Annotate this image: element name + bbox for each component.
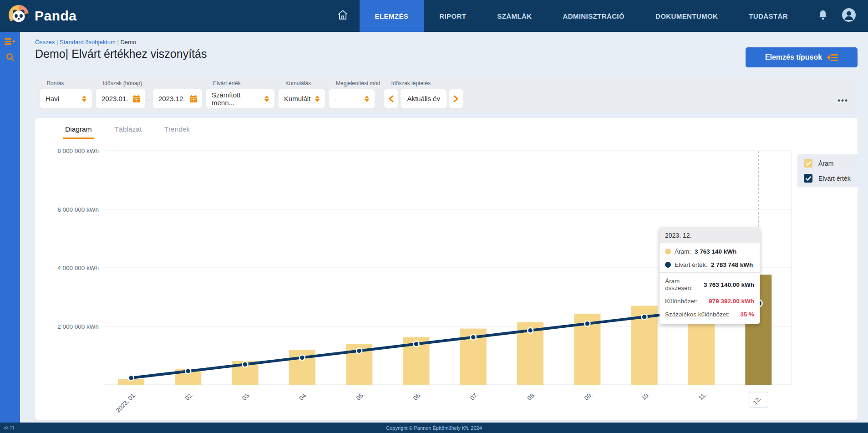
tab-tablazat[interactable]: Táblázat bbox=[113, 121, 143, 139]
filter-label-leptetes: Időszak léptetés bbox=[384, 80, 463, 88]
brand-logo[interactable]: Panda bbox=[0, 5, 77, 27]
analysis-types-button[interactable]: Elemzés típusok bbox=[746, 47, 858, 67]
home-button[interactable] bbox=[326, 0, 360, 32]
tooltip-label: Áram: bbox=[675, 248, 691, 255]
tooltip-value: 3 763 140 kWh bbox=[695, 248, 736, 255]
tab-diagram[interactable]: Diagram bbox=[63, 121, 94, 139]
legend-item-elvart[interactable]: Elvárt érték bbox=[797, 174, 858, 183]
checkbox-checked-icon[interactable] bbox=[804, 174, 812, 183]
hamburger-icon bbox=[5, 38, 11, 45]
line-point-04.[interactable] bbox=[299, 355, 305, 360]
nav-item-dokumentumok[interactable]: DOKUMENTUMOK bbox=[640, 0, 733, 32]
filter-label-elvart: Elvárt érték bbox=[206, 80, 274, 88]
x-axis-tick-label: 07. bbox=[469, 391, 480, 402]
breadcrumb-link-osszes[interactable]: Összes bbox=[35, 39, 55, 46]
checkbox-checked-icon[interactable] bbox=[804, 159, 812, 168]
summary-value: 35 % bbox=[740, 311, 754, 318]
home-icon bbox=[337, 9, 349, 23]
series-dot-elvart bbox=[665, 262, 671, 268]
legend-label: Áram bbox=[818, 160, 833, 167]
chart-tooltip: 2023. 12. Áram: 3 763 140 kWh Elvárt ért… bbox=[660, 228, 760, 324]
chevron-right-icon bbox=[453, 95, 458, 102]
period-next-button[interactable] bbox=[449, 89, 463, 108]
tooltip-summary-row: Különbözet: 979 392.00 kWh bbox=[660, 295, 760, 308]
line-point-05.[interactable] bbox=[356, 348, 362, 353]
tooltip-series-row: Áram: 3 763 140 kWh bbox=[660, 245, 760, 258]
more-options-button[interactable]: ••• bbox=[838, 96, 848, 105]
bell-icon[interactable] bbox=[817, 9, 829, 23]
calendar-icon bbox=[132, 95, 141, 103]
period-prev-button[interactable] bbox=[384, 89, 398, 108]
nav-item-riport[interactable]: RIPORT bbox=[424, 0, 482, 32]
brand-name: Panda bbox=[35, 8, 77, 24]
filter-group-megjelenitesi: Megjelenítési mód - bbox=[329, 80, 380, 108]
x-axis-tick-label: 06. bbox=[412, 391, 423, 402]
filter-label-kumulalas: Kumulálás bbox=[279, 80, 325, 88]
filter-group-bontas: Bontás Havi bbox=[40, 80, 92, 108]
tooltip-value: 2 783 748 kWh bbox=[711, 261, 753, 268]
line-point-09.[interactable] bbox=[584, 321, 590, 326]
line-point-03.[interactable] bbox=[243, 362, 248, 367]
breadcrumb-current: Demo bbox=[120, 39, 136, 46]
breadcrumb-link-standard[interactable]: Standard ősobjektum bbox=[60, 39, 116, 46]
nav-item-elemzes[interactable]: ELEMZÉS bbox=[360, 0, 424, 32]
date-from-input[interactable]: 2023.01. bbox=[96, 89, 145, 108]
nav-item-tudastar[interactable]: TUDÁSTÁR bbox=[733, 0, 803, 32]
megjelenitesi-mod-value: - bbox=[335, 95, 337, 102]
nav-item-szamlak[interactable]: SZÁMLÁK bbox=[482, 0, 547, 32]
line-point-07.[interactable] bbox=[471, 335, 476, 340]
summary-value: 3 763 140.00 kWh bbox=[704, 281, 754, 288]
analysis-types-label: Elemzés típusok bbox=[765, 53, 822, 61]
main-navigation: ELEMZÉS RIPORT SZÁMLÁK ADMINISZTRÁCIÓ DO… bbox=[360, 0, 803, 32]
chart-legend: Áram Elvárt érték bbox=[797, 154, 858, 187]
line-point-06.[interactable] bbox=[414, 341, 419, 347]
legend-label: Elvárt érték bbox=[818, 175, 851, 182]
line-point-08.[interactable] bbox=[528, 328, 533, 333]
summary-label: Áram összesen: bbox=[665, 278, 701, 291]
x-axis-tick-label: 08. bbox=[526, 391, 537, 402]
chevron-left-icon bbox=[389, 95, 394, 102]
sidebar-search-button[interactable] bbox=[6, 53, 15, 63]
updown-arrows-icon bbox=[264, 96, 269, 102]
tooltip-summary-row: Áram összesen: 3 763 140.00 kWh bbox=[660, 275, 760, 295]
filter-group-leptetes: Időszak léptetés Aktuális év bbox=[384, 80, 463, 108]
summary-label: Különbözet: bbox=[665, 298, 697, 305]
x-axis-tick-label: 04. bbox=[298, 391, 309, 402]
x-axis-tick-label: 11. bbox=[697, 391, 708, 402]
tooltip-series-row: Elvárt érték: 2 783 748 kWh bbox=[660, 258, 760, 271]
tooltip-summary-row: Százalékos különbözet: 35 % bbox=[660, 308, 760, 321]
current-year-label: Aktuális év bbox=[407, 95, 440, 102]
x-axis-tick-label: 03. bbox=[241, 391, 252, 402]
updown-arrows-icon bbox=[315, 96, 320, 102]
y-axis-tick-label: 2 000 000 kWh bbox=[57, 323, 99, 330]
y-axis-tick-label: 4 000 000 kWh bbox=[57, 265, 99, 271]
megjelenitesi-mod-select[interactable]: - bbox=[329, 89, 375, 108]
date-to-input[interactable]: 2023.12. bbox=[153, 89, 202, 108]
sidebar-menu-toggle[interactable] bbox=[5, 38, 15, 45]
filter-group-idoszak: Időszak (hónap) 2023.01. - 2023.12. bbox=[96, 80, 202, 108]
elvart-ertek-select[interactable]: Számított menn... bbox=[206, 89, 274, 108]
left-sidebar bbox=[0, 32, 20, 423]
x-axis-tick-label: 2023. 01. bbox=[115, 391, 137, 414]
x-axis-tick-label: 02. bbox=[184, 391, 195, 402]
nav-item-adminisztracio[interactable]: ADMINISZTRÁCIÓ bbox=[547, 0, 640, 32]
line-point-2023. 01.[interactable] bbox=[128, 375, 134, 381]
updown-arrows-icon bbox=[365, 96, 369, 102]
breadcrumb-separator: | bbox=[117, 39, 118, 46]
summary-value: 979 392.00 kWh bbox=[709, 298, 754, 305]
elvart-ertek-value: Számított menn... bbox=[212, 91, 260, 107]
page-title: Demo| Elvárt értékhez viszonyítás bbox=[35, 47, 207, 61]
x-axis-tick-label: 10. bbox=[640, 391, 651, 402]
y-axis-tick-label: 6 000 000 kWh bbox=[57, 206, 99, 213]
user-avatar-icon[interactable] bbox=[842, 8, 856, 24]
tab-trendek[interactable]: Trendek bbox=[162, 121, 192, 139]
bontas-select[interactable]: Havi bbox=[40, 89, 92, 108]
calendar-icon bbox=[189, 95, 198, 103]
filter-label-bontas: Bontás bbox=[40, 80, 92, 88]
legend-item-aram[interactable]: Áram bbox=[797, 159, 858, 168]
line-point-10.[interactable] bbox=[642, 314, 647, 320]
line-point-02.[interactable] bbox=[185, 368, 191, 374]
kumulalas-select[interactable]: Kumulált bbox=[279, 89, 325, 108]
current-year-button[interactable]: Aktuális év bbox=[401, 89, 447, 108]
footer: v3.11 Copyright © Pannon Építőműhely Kft… bbox=[0, 423, 868, 433]
